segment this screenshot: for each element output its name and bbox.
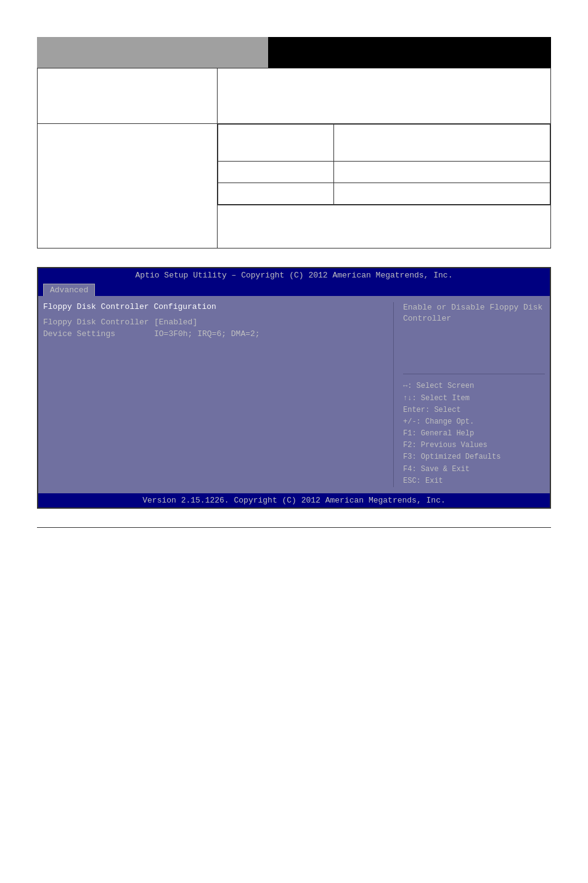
bios-item-device-settings: Device Settings IO=3F0h; IRQ=6; DMA=2; xyxy=(43,329,384,339)
sub-cell xyxy=(334,183,550,205)
bios-item-label-fdc: Floppy Disk Controller xyxy=(43,318,154,327)
header-right xyxy=(268,37,551,68)
bios-title-text: Aptio Setup Utility – Copyright (C) 2012… xyxy=(136,271,453,280)
bios-footer-text: Version 2.15.1226. Copyright (C) 2012 Am… xyxy=(142,496,445,505)
key-item: F1: General Help xyxy=(403,428,545,440)
key-item: Enter: Select xyxy=(403,405,545,416)
sub-cell xyxy=(218,183,334,205)
table-cell-mid-left xyxy=(38,124,218,248)
bios-item-fdc[interactable]: Floppy Disk Controller [Enabled] xyxy=(43,318,384,327)
key-item: ↑↓: Select Item xyxy=(403,393,545,405)
sub-cell xyxy=(218,162,334,183)
bios-title-bar: Aptio Setup Utility – Copyright (C) 2012… xyxy=(38,268,550,282)
bios-body: Floppy Disk Controller Configuration Flo… xyxy=(38,296,550,493)
table-cell-right xyxy=(217,68,550,124)
key-item: +/-: Change Opt. xyxy=(403,416,545,428)
bios-footer: Version 2.15.1226. Copyright (C) 2012 Am… xyxy=(38,493,550,507)
bios-item-label-device: Device Settings xyxy=(43,329,154,339)
table-cell-left xyxy=(38,68,218,124)
table-cell-bottom xyxy=(217,205,550,248)
header-left xyxy=(37,37,268,68)
bios-tab-bar: Advanced xyxy=(38,282,550,296)
bios-help-divider xyxy=(403,374,545,374)
bios-item-value-device: IO=3F0h; IRQ=6; DMA=2; xyxy=(154,329,260,339)
sub-cell xyxy=(218,125,334,162)
bios-right-panel: Enable or Disable Floppy Disk Controller… xyxy=(397,302,545,487)
bottom-divider xyxy=(37,527,551,528)
table-row xyxy=(38,124,551,205)
bios-screen: Aptio Setup Utility – Copyright (C) 2012… xyxy=(37,267,551,509)
table-row xyxy=(218,125,550,162)
bios-section-title: Floppy Disk Controller Configuration xyxy=(43,302,384,311)
header-bar xyxy=(37,37,551,68)
bios-help-text: Enable or Disable Floppy Disk Controller xyxy=(403,302,545,368)
bios-panel-divider xyxy=(393,302,394,487)
sub-table xyxy=(218,124,550,205)
main-table xyxy=(37,68,551,248)
bios-left-panel: Floppy Disk Controller Configuration Flo… xyxy=(43,302,390,487)
bios-tab-advanced[interactable]: Advanced xyxy=(43,284,95,296)
key-item: F2: Previous Values xyxy=(403,440,545,451)
table-row xyxy=(218,162,550,183)
top-section xyxy=(37,37,551,248)
key-item: ↔: Select Screen xyxy=(403,380,545,392)
sub-cell xyxy=(334,162,550,183)
table-row xyxy=(38,68,551,124)
bios-key-list: ↔: Select Screen ↑↓: Select Item Enter: … xyxy=(403,380,545,487)
sub-cell xyxy=(334,125,550,162)
bios-section: Aptio Setup Utility – Copyright (C) 2012… xyxy=(37,267,551,509)
key-item: F4: Save & Exit xyxy=(403,464,545,475)
table-row xyxy=(218,183,550,205)
key-item: ESC: Exit xyxy=(403,475,545,487)
table-cell-sub xyxy=(217,124,550,205)
key-item: F3: Optimized Defaults xyxy=(403,451,545,463)
bios-item-value-fdc: [Enabled] xyxy=(154,318,197,327)
